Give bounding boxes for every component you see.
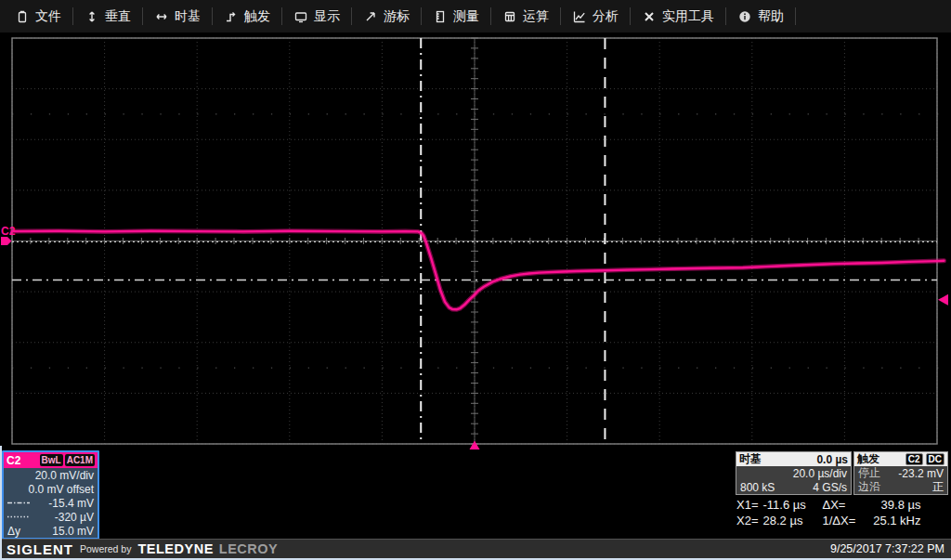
powered-by-text: Powered by bbox=[80, 543, 131, 554]
trigger-source-badge: C2 bbox=[905, 453, 923, 465]
menu-item-math[interactable]: 运算 bbox=[491, 0, 561, 33]
dashdot-line-icon bbox=[7, 501, 30, 505]
c2-trace-glow bbox=[12, 231, 944, 309]
timebase-delay: 0.0 µs bbox=[816, 453, 848, 466]
cursor2-value: -320 µV bbox=[55, 511, 94, 524]
siglent-logo: SIGLENT bbox=[7, 541, 73, 557]
cursor1-value: -15.4 mV bbox=[48, 497, 94, 510]
cursor-arrow-icon bbox=[364, 10, 377, 23]
menu-item-trigger[interactable]: 触发 bbox=[213, 0, 282, 33]
menu-item-label: 分析 bbox=[593, 8, 619, 25]
dotted-line-icon bbox=[7, 514, 30, 519]
x2-value: 28.2 µs bbox=[763, 514, 823, 527]
c2-trace[interactable] bbox=[12, 231, 944, 309]
status-bar: SIGLENT Powered by TELEDYNE LECROY 9/25/… bbox=[0, 539, 951, 558]
window-frame-left bbox=[0, 446, 2, 558]
measure-icon bbox=[434, 10, 447, 23]
channel-name: C2 bbox=[7, 454, 20, 467]
vertical-arrows-icon bbox=[85, 10, 98, 23]
inv-dx-label: 1/ΔX= bbox=[823, 514, 864, 527]
channel-marker-label: C2 bbox=[1, 225, 16, 238]
scope-graticule: C2 bbox=[0, 33, 951, 449]
lecroy-logo: LECROY bbox=[219, 541, 278, 556]
datetime-display: 9/25/2017 7:37:22 PM bbox=[830, 542, 944, 555]
bandwidth-limit-badge: BwL bbox=[40, 454, 63, 466]
x1-label: X1= bbox=[736, 498, 759, 512]
channel-box-header: C2 BwL AC1M bbox=[4, 452, 98, 468]
horizontal-arrows-icon bbox=[155, 10, 168, 23]
trigger-coupling-badge: DC bbox=[926, 453, 944, 465]
menu-item-file[interactable]: 文件 bbox=[4, 0, 73, 33]
trigger-position-marker[interactable] bbox=[470, 441, 480, 450]
timebase-header: 时基 0.0 µs bbox=[736, 452, 851, 466]
menu-item-help[interactable]: 帮助 bbox=[726, 0, 796, 33]
teledyne-logo: TELEDYNE bbox=[137, 541, 213, 556]
menu-item-label: 垂直 bbox=[105, 8, 131, 25]
oscilloscope-screen: 文件 垂直 时基 触发 显示 bbox=[0, 0, 951, 560]
timebase-title: 时基 bbox=[739, 451, 762, 467]
menu-bar: 文件 垂直 时基 触发 显示 bbox=[0, 0, 951, 33]
channel-offset-marker[interactable] bbox=[1, 237, 12, 245]
dx-value: 39.8 µs bbox=[864, 498, 921, 512]
trigger-box[interactable]: 触发 C2 DC 停止 -23.2 mV 边沿 正 bbox=[853, 451, 948, 495]
inv-dx-value: 25.1 kHz bbox=[864, 514, 921, 527]
menu-item-label: 帮助 bbox=[758, 8, 784, 25]
trigger-header: 触发 C2 DC bbox=[854, 452, 947, 466]
coupling-badge: AC1M bbox=[65, 454, 95, 466]
trigger-type-label: 边沿 bbox=[858, 479, 880, 495]
x1-value: -11.6 µs bbox=[763, 498, 823, 512]
menu-item-label: 显示 bbox=[314, 8, 340, 25]
menu-item-cursors[interactable]: 游标 bbox=[352, 0, 422, 33]
cursor-readout-row1: X1= -11.6 µs ΔX= 39.8 µs bbox=[736, 497, 949, 513]
menu-item-label: 游标 bbox=[384, 8, 410, 25]
trigger-slope-value: 正 bbox=[932, 479, 944, 495]
utility-tools-icon bbox=[643, 10, 656, 23]
x2-label: X2= bbox=[736, 514, 759, 527]
menu-item-label: 运算 bbox=[523, 8, 549, 25]
menu-item-utilities[interactable]: 实用工具 bbox=[631, 0, 726, 33]
menu-item-measure[interactable]: 测量 bbox=[422, 0, 491, 33]
channel-c2-descriptor-box[interactable]: C2 BwL AC1M 20.0 mV/div 0.0 mV offset -1… bbox=[2, 450, 99, 540]
menu-item-analysis[interactable]: 分析 bbox=[561, 0, 631, 33]
analysis-icon bbox=[573, 10, 586, 23]
waveform-display[interactable]: C2 bbox=[0, 33, 951, 449]
delta-y-label: Δy bbox=[7, 525, 20, 538]
menu-item-label: 实用工具 bbox=[662, 8, 714, 25]
display-icon bbox=[294, 10, 307, 23]
timebase-box[interactable]: 时基 0.0 µs 20.0 µs/div 800 kS 4 GS/s bbox=[736, 451, 852, 495]
trigger-level-value: -23.2 mV bbox=[898, 467, 944, 480]
delta-y-value: 15.0 mV bbox=[52, 525, 94, 538]
menu-item-label: 时基 bbox=[175, 8, 201, 25]
volts-per-div: 20.0 mV/div bbox=[35, 469, 94, 482]
menu-item-label: 测量 bbox=[453, 8, 479, 25]
cursor-readout-row2: X2= 28.2 µs 1/ΔX= 25.1 kHz bbox=[736, 513, 949, 528]
menu-item-label: 触发 bbox=[244, 8, 270, 25]
file-icon bbox=[16, 10, 29, 23]
menu-item-vertical[interactable]: 垂直 bbox=[73, 0, 143, 33]
menu-item-timebase[interactable]: 时基 bbox=[143, 0, 213, 33]
math-icon bbox=[503, 10, 516, 23]
sample-points: 800 kS bbox=[740, 481, 775, 494]
trigger-level-marker[interactable] bbox=[938, 294, 948, 306]
help-icon bbox=[738, 10, 751, 23]
timebase-scale: 20.0 µs/div bbox=[793, 467, 847, 480]
menu-item-label: 文件 bbox=[35, 8, 61, 25]
sample-rate: 4 GS/s bbox=[813, 481, 847, 494]
cursor-readout: X1= -11.6 µs ΔX= 39.8 µs X2= 28.2 µs 1/Δ… bbox=[736, 497, 949, 528]
dx-label: ΔX= bbox=[823, 498, 864, 512]
menu-item-display[interactable]: 显示 bbox=[282, 0, 352, 33]
axis-ticks-v bbox=[471, 38, 478, 444]
trigger-edge-icon bbox=[225, 10, 238, 23]
offset-value: 0.0 mV offset bbox=[29, 483, 94, 496]
